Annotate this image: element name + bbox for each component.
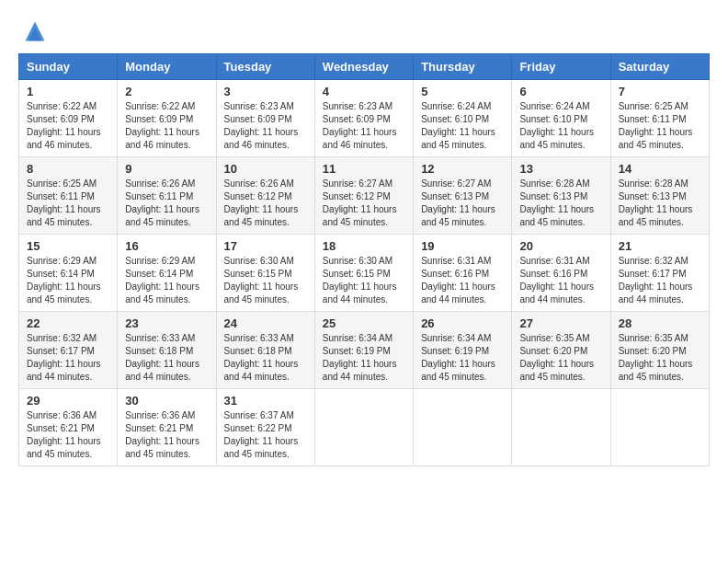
day-number: 17 — [224, 239, 307, 253]
calendar-cell: 4Sunrise: 6:23 AM Sunset: 6:09 PM Daylig… — [314, 80, 413, 157]
calendar-week-3: 15Sunrise: 6:29 AM Sunset: 6:14 PM Dayli… — [19, 235, 710, 312]
calendar-cell: 19Sunrise: 6:31 AM Sunset: 6:16 PM Dayli… — [414, 235, 512, 312]
calendar-cell: 31Sunrise: 6:37 AM Sunset: 6:22 PM Dayli… — [216, 389, 314, 466]
day-number: 24 — [224, 316, 307, 330]
cell-info: Sunrise: 6:37 AM Sunset: 6:22 PM Dayligh… — [224, 409, 307, 461]
day-number: 6 — [519, 85, 602, 98]
cell-info: Sunrise: 6:34 AM Sunset: 6:19 PM Dayligh… — [323, 332, 405, 384]
page-header — [18, 18, 710, 44]
day-number: 22 — [27, 316, 109, 330]
cell-info: Sunrise: 6:30 AM Sunset: 6:15 PM Dayligh… — [224, 255, 307, 306]
day-number: 13 — [519, 162, 602, 176]
calendar-table: SundayMondayTuesdayWednesdayThursdayFrid… — [18, 53, 710, 466]
day-number: 27 — [519, 316, 602, 330]
calendar-cell: 24Sunrise: 6:33 AM Sunset: 6:18 PM Dayli… — [216, 312, 314, 389]
day-number: 9 — [125, 162, 208, 176]
day-header-friday: Friday — [512, 54, 610, 80]
calendar-week-1: 1Sunrise: 6:22 AM Sunset: 6:09 PM Daylig… — [19, 80, 710, 157]
day-header-saturday: Saturday — [610, 54, 709, 80]
cell-info: Sunrise: 6:22 AM Sunset: 6:09 PM Dayligh… — [27, 100, 109, 152]
day-number: 11 — [323, 162, 405, 176]
day-number: 31 — [224, 394, 307, 408]
cell-info: Sunrise: 6:36 AM Sunset: 6:21 PM Dayligh… — [125, 409, 208, 461]
cell-info: Sunrise: 6:33 AM Sunset: 6:18 PM Dayligh… — [125, 332, 208, 384]
day-header-tuesday: Tuesday — [216, 54, 314, 80]
calendar-cell: 25Sunrise: 6:34 AM Sunset: 6:19 PM Dayli… — [314, 312, 413, 389]
cell-info: Sunrise: 6:31 AM Sunset: 6:16 PM Dayligh… — [519, 255, 602, 306]
calendar-cell: 22Sunrise: 6:32 AM Sunset: 6:17 PM Dayli… — [19, 312, 118, 389]
cell-info: Sunrise: 6:24 AM Sunset: 6:10 PM Dayligh… — [421, 100, 504, 152]
day-number: 7 — [619, 85, 701, 98]
calendar-week-5: 29Sunrise: 6:36 AM Sunset: 6:21 PM Dayli… — [19, 389, 710, 466]
calendar-cell: 20Sunrise: 6:31 AM Sunset: 6:16 PM Dayli… — [512, 235, 610, 312]
calendar-cell — [610, 389, 709, 466]
day-number: 25 — [323, 316, 405, 330]
calendar-cell — [512, 389, 610, 466]
day-number: 5 — [421, 85, 504, 98]
day-number: 16 — [125, 239, 208, 253]
day-number: 2 — [125, 85, 208, 98]
cell-info: Sunrise: 6:25 AM Sunset: 6:11 PM Dayligh… — [619, 100, 701, 152]
calendar-cell: 8Sunrise: 6:25 AM Sunset: 6:11 PM Daylig… — [19, 157, 118, 235]
day-number: 20 — [519, 239, 602, 253]
calendar-week-4: 22Sunrise: 6:32 AM Sunset: 6:17 PM Dayli… — [19, 312, 710, 389]
cell-info: Sunrise: 6:32 AM Sunset: 6:17 PM Dayligh… — [619, 255, 701, 306]
calendar-cell: 1Sunrise: 6:22 AM Sunset: 6:09 PM Daylig… — [19, 80, 118, 157]
cell-info: Sunrise: 6:36 AM Sunset: 6:21 PM Dayligh… — [27, 409, 109, 461]
calendar-cell: 10Sunrise: 6:26 AM Sunset: 6:12 PM Dayli… — [216, 157, 314, 235]
day-number: 10 — [224, 162, 307, 176]
cell-info: Sunrise: 6:33 AM Sunset: 6:18 PM Dayligh… — [224, 332, 307, 384]
cell-info: Sunrise: 6:29 AM Sunset: 6:14 PM Dayligh… — [125, 255, 208, 306]
calendar-cell: 3Sunrise: 6:23 AM Sunset: 6:09 PM Daylig… — [216, 80, 314, 157]
logo — [18, 18, 48, 44]
day-header-thursday: Thursday — [414, 54, 512, 80]
cell-info: Sunrise: 6:35 AM Sunset: 6:20 PM Dayligh… — [519, 332, 602, 384]
day-number: 14 — [619, 162, 701, 176]
cell-info: Sunrise: 6:23 AM Sunset: 6:09 PM Dayligh… — [323, 100, 405, 152]
calendar-cell: 15Sunrise: 6:29 AM Sunset: 6:14 PM Dayli… — [19, 235, 118, 312]
cell-info: Sunrise: 6:25 AM Sunset: 6:11 PM Dayligh… — [27, 178, 109, 229]
calendar-cell: 6Sunrise: 6:24 AM Sunset: 6:10 PM Daylig… — [512, 80, 610, 157]
cell-info: Sunrise: 6:28 AM Sunset: 6:13 PM Dayligh… — [519, 178, 602, 229]
cell-info: Sunrise: 6:28 AM Sunset: 6:13 PM Dayligh… — [619, 178, 701, 229]
calendar-cell: 7Sunrise: 6:25 AM Sunset: 6:11 PM Daylig… — [610, 80, 709, 157]
day-number: 21 — [619, 239, 701, 253]
day-number: 4 — [323, 85, 405, 98]
day-number: 23 — [125, 316, 208, 330]
day-number: 15 — [27, 239, 109, 253]
calendar-cell: 11Sunrise: 6:27 AM Sunset: 6:12 PM Dayli… — [314, 157, 413, 235]
day-number: 29 — [27, 394, 109, 408]
day-number: 19 — [421, 239, 504, 253]
day-number: 8 — [27, 162, 109, 176]
cell-info: Sunrise: 6:26 AM Sunset: 6:11 PM Dayligh… — [125, 178, 208, 229]
calendar-cell: 29Sunrise: 6:36 AM Sunset: 6:21 PM Dayli… — [19, 389, 118, 466]
cell-info: Sunrise: 6:26 AM Sunset: 6:12 PM Dayligh… — [224, 178, 307, 229]
calendar-cell: 2Sunrise: 6:22 AM Sunset: 6:09 PM Daylig… — [118, 80, 216, 157]
calendar-cell: 26Sunrise: 6:34 AM Sunset: 6:19 PM Dayli… — [414, 312, 512, 389]
day-number: 3 — [224, 85, 307, 98]
day-number: 12 — [421, 162, 504, 176]
cell-info: Sunrise: 6:34 AM Sunset: 6:19 PM Dayligh… — [421, 332, 504, 384]
calendar-cell: 17Sunrise: 6:30 AM Sunset: 6:15 PM Dayli… — [216, 235, 314, 312]
calendar-cell: 21Sunrise: 6:32 AM Sunset: 6:17 PM Dayli… — [610, 235, 709, 312]
day-header-sunday: Sunday — [19, 54, 118, 80]
calendar-cell: 27Sunrise: 6:35 AM Sunset: 6:20 PM Dayli… — [512, 312, 610, 389]
day-header-wednesday: Wednesday — [314, 54, 413, 80]
cell-info: Sunrise: 6:27 AM Sunset: 6:12 PM Dayligh… — [323, 178, 405, 229]
day-number: 18 — [323, 239, 405, 253]
calendar-cell — [314, 389, 413, 466]
cell-info: Sunrise: 6:23 AM Sunset: 6:09 PM Dayligh… — [224, 100, 307, 152]
calendar-cell: 14Sunrise: 6:28 AM Sunset: 6:13 PM Dayli… — [610, 157, 709, 235]
calendar-cell: 16Sunrise: 6:29 AM Sunset: 6:14 PM Dayli… — [118, 235, 216, 312]
cell-info: Sunrise: 6:35 AM Sunset: 6:20 PM Dayligh… — [619, 332, 701, 384]
calendar-cell: 28Sunrise: 6:35 AM Sunset: 6:20 PM Dayli… — [610, 312, 709, 389]
cell-info: Sunrise: 6:24 AM Sunset: 6:10 PM Dayligh… — [519, 100, 602, 152]
day-number: 1 — [27, 85, 109, 98]
cell-info: Sunrise: 6:31 AM Sunset: 6:16 PM Dayligh… — [421, 255, 504, 306]
cell-info: Sunrise: 6:22 AM Sunset: 6:09 PM Dayligh… — [125, 100, 208, 152]
calendar-cell: 13Sunrise: 6:28 AM Sunset: 6:13 PM Dayli… — [512, 157, 610, 235]
cell-info: Sunrise: 6:29 AM Sunset: 6:14 PM Dayligh… — [27, 255, 109, 306]
day-number: 30 — [125, 394, 208, 408]
calendar-cell: 5Sunrise: 6:24 AM Sunset: 6:10 PM Daylig… — [414, 80, 512, 157]
cell-info: Sunrise: 6:27 AM Sunset: 6:13 PM Dayligh… — [421, 178, 504, 229]
